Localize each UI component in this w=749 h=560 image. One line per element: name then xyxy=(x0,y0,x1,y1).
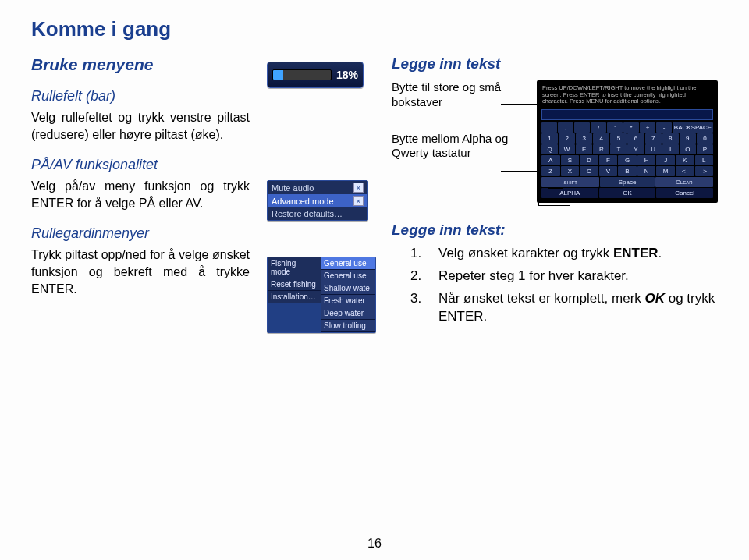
key xyxy=(541,122,557,133)
steps-list: 1.Velg ønsket karakter og trykk ENTER.2.… xyxy=(410,245,718,326)
key: * xyxy=(623,122,639,133)
key: Space xyxy=(600,177,654,187)
key: N xyxy=(637,166,656,176)
dropdown-para: Trykk piltast opp/ned for å velge ønsket… xyxy=(31,246,250,297)
keyboard-entry-field xyxy=(541,109,713,120)
key: F xyxy=(599,155,618,165)
key: 4 xyxy=(593,133,609,144)
key: O xyxy=(680,144,696,154)
key: 6 xyxy=(627,133,644,144)
dropdown-figure: Fishing modeReset fishingInstallation… G… xyxy=(267,257,376,333)
key: Z xyxy=(541,166,560,176)
dropdown-label: Installation… xyxy=(268,291,321,303)
slider-value: 18% xyxy=(336,69,358,81)
key: 1 xyxy=(541,133,558,144)
key: M xyxy=(656,166,675,176)
key: 7 xyxy=(645,133,662,144)
key: P xyxy=(697,144,713,154)
key: C xyxy=(580,166,598,176)
key: 8 xyxy=(662,133,679,144)
middle-column: 18% Mute audio×Advanced mode×Restore def… xyxy=(267,55,374,333)
key: G xyxy=(618,155,637,165)
key: shift xyxy=(541,177,599,187)
key: S xyxy=(561,155,580,165)
dropdown-option: Shallow wate xyxy=(321,282,375,295)
key: D xyxy=(580,155,598,165)
dropdown-label: Reset fishing xyxy=(268,278,321,291)
dropdown-option: Slow trolling xyxy=(321,320,375,332)
rollefelt-heading: Rullefelt (bar) xyxy=(31,88,250,105)
menu-row: Advanced mode× xyxy=(268,194,367,207)
key: / xyxy=(591,122,606,133)
menu-row: Mute audio× xyxy=(268,181,367,194)
key: BACKSPACE xyxy=(673,122,713,133)
right-column: Legge inn tekst Bytte til store og små b… xyxy=(392,55,718,333)
keyboard-hint: Press UP/DOWN/LEFT/RIGHT to move the hig… xyxy=(540,83,715,109)
key: R xyxy=(593,144,609,154)
checkbox-menu-figure: Mute audio×Advanced mode×Restore default… xyxy=(267,180,368,221)
onoff-para: Velg på/av meny funksjon og trykk ENTER … xyxy=(31,178,250,211)
use-menus-heading: Bruke menyene xyxy=(31,55,250,74)
key: U xyxy=(645,144,662,154)
legge-heading: Legge inn tekst xyxy=(392,55,718,73)
rollefelt-para: Velg rullefeltet og trykk venstre piltas… xyxy=(31,109,250,143)
dropdown-option: General use xyxy=(321,257,375,270)
key: 9 xyxy=(680,133,696,144)
key: <- xyxy=(676,166,694,176)
dropdown-option: Fresh water xyxy=(321,295,375,307)
key: : xyxy=(607,122,623,133)
layout-label: Bytte mellom Alpha og Qwerty tastatur xyxy=(392,132,524,161)
key: Q xyxy=(541,144,558,154)
dropdown-label: Fishing mode xyxy=(268,257,321,278)
key: + xyxy=(640,122,655,133)
onoff-heading: PÅ/AV funksjonalitet xyxy=(31,157,250,173)
key: 5 xyxy=(610,133,627,144)
key: J xyxy=(656,155,675,165)
key: Clear xyxy=(655,177,713,187)
key: T xyxy=(610,144,627,154)
page-number: 16 xyxy=(0,537,749,551)
page-title: Komme i gang xyxy=(31,17,718,41)
key: 0 xyxy=(697,133,713,144)
key: 2 xyxy=(559,133,575,144)
checkbox-icon: × xyxy=(353,196,364,206)
key: 3 xyxy=(576,133,592,144)
key: H xyxy=(637,155,656,165)
slider-bar xyxy=(272,69,332,80)
key: K xyxy=(676,155,694,165)
key: W xyxy=(559,144,575,154)
case-label: Bytte til store og små bokstaver xyxy=(392,80,524,110)
step-item: 2.Repeter steg 1 for hver karakter. xyxy=(410,268,718,285)
step-item: 1.Velg ønsket karakter og trykk ENTER. xyxy=(410,245,718,263)
key: V xyxy=(599,166,618,176)
key: X xyxy=(561,166,580,176)
keyboard-figure: Press UP/DOWN/LEFT/RIGHT to move the hig… xyxy=(537,80,718,203)
key: - xyxy=(656,122,672,133)
menu-row: Restore defaults… xyxy=(268,207,367,220)
key: Y xyxy=(627,144,644,154)
key: -> xyxy=(695,166,714,176)
slider-figure: 18% xyxy=(267,62,364,88)
key: , xyxy=(558,122,573,133)
key: A xyxy=(541,155,560,165)
key: B xyxy=(618,166,637,176)
dropdown-option: Deep water xyxy=(321,307,375,320)
dropdown-heading: Rullegardinmenyer xyxy=(31,225,250,242)
keyboard-footer-button: ALPHA xyxy=(541,188,598,198)
keyboard-footer-button: Cancel xyxy=(656,188,713,198)
key: . xyxy=(574,122,590,133)
key: E xyxy=(576,144,592,154)
checkbox-icon: × xyxy=(353,183,364,193)
keyboard-footer-button: OK xyxy=(599,188,656,198)
dropdown-option: General use xyxy=(321,270,375,282)
left-column: Bruke menyene Rullefelt (bar) Velg rulle… xyxy=(31,55,250,333)
key: I xyxy=(662,144,679,154)
steps-heading: Legge inn tekst: xyxy=(392,222,718,239)
key: L xyxy=(695,155,714,165)
step-item: 3.Når ønsket tekst er komplett, merk OK … xyxy=(410,290,718,326)
